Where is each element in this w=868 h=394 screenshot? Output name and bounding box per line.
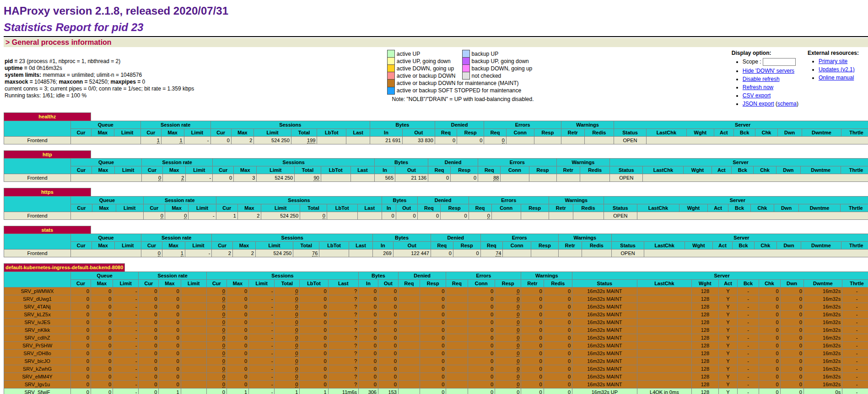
stat-cell: 0 [441, 212, 469, 219]
stat-cell: 16m32s [803, 334, 842, 341]
stat-cell [637, 310, 692, 318]
col-header: Cur [141, 242, 162, 250]
stat-cell [350, 174, 374, 182]
stat-cell: 0 [759, 334, 780, 341]
col-header: Max [162, 242, 185, 250]
link-csv-export[interactable]: CSV export [743, 92, 771, 99]
scope-input[interactable] [763, 58, 796, 66]
stats-row: SRV_cdIhZ00-0000-00?000000016m32s MAINT1… [4, 334, 868, 341]
proxy-link[interactable]: stats [41, 227, 53, 233]
row-name-link[interactable]: SRV_cdIhZ [24, 335, 50, 341]
stat-cell: 0 [495, 388, 521, 394]
proxy-section-http: httpQueueSession rateSessionsBytesDenied… [4, 150, 868, 182]
row-name-link[interactable]: SRV_nKlkk [25, 327, 50, 333]
col-header: Retr [549, 204, 573, 212]
option-item: Refresh now [743, 84, 798, 91]
col-header: Last [346, 128, 370, 136]
stat-cell: - [738, 334, 759, 341]
stat-cell: 128 [692, 295, 718, 303]
stat-cell: 0 [759, 349, 780, 357]
link-refresh-now[interactable]: Refresh now [743, 84, 773, 91]
stat-cell [398, 326, 420, 334]
stat-cell: 0 [91, 349, 113, 357]
col-group-session-rate: Session rate [141, 234, 212, 242]
col-header: Redis [584, 128, 614, 136]
legend-label: active UP, going down [394, 58, 462, 65]
stat-cell: 0 [521, 326, 544, 334]
row-name-link[interactable]: Frontend [27, 175, 47, 181]
stats-row: Frontend00-12524 250000000OPEN [4, 212, 868, 219]
proxy-link[interactable]: http [43, 152, 52, 157]
stat-cell: 0 [275, 287, 300, 295]
stat-cell: 0 [359, 303, 378, 310]
col-header: Max [226, 279, 248, 287]
stat-cell: 128 [692, 341, 718, 349]
row-name-link[interactable]: SRV_dUwg1 [23, 296, 52, 302]
link-disable-refresh[interactable]: Disable refresh [743, 76, 780, 82]
stat-cell: 0 [159, 380, 181, 388]
proxy-link[interactable]: default-kubernetes-ingress-default-backe… [5, 265, 123, 270]
stat-cell: 0 [70, 349, 91, 357]
row-name-link[interactable]: SRV_Igv1u [25, 382, 50, 387]
stat-cell: - [842, 303, 868, 310]
row-name-link[interactable]: SRV_PrSHW [22, 343, 52, 348]
stat-cell: 0 [521, 334, 544, 341]
row-name-link[interactable]: SRV_SfwiF [24, 389, 50, 394]
stat-cell [446, 295, 468, 303]
row-name-link[interactable]: Frontend [27, 250, 47, 256]
stat-cell: 0 [521, 318, 544, 326]
proxy-name-table: http [4, 150, 868, 159]
col-header: Last [357, 204, 382, 212]
col-header: Total [293, 242, 319, 250]
legend-label: backup UP, going down [469, 58, 539, 65]
col-header: Total [300, 204, 327, 212]
row-name-link[interactable]: SRV_pWMWX [21, 288, 54, 294]
proxy-name-row: https [4, 188, 868, 196]
col-header: Max [91, 279, 113, 287]
row-name-link[interactable]: Frontend [27, 138, 47, 143]
stat-cell: - [842, 388, 868, 394]
proxy-link[interactable]: healthz [38, 114, 56, 119]
link-hide-down-servers[interactable]: Hide 'DOWN' servers [743, 68, 794, 74]
stat-cell: 0 [468, 318, 495, 326]
row-name-link[interactable]: SRV_kZwhG [23, 366, 52, 372]
link-schema[interactable]: schema [777, 101, 797, 107]
stat-cell: 16m32s MAINT [572, 318, 637, 326]
link-primary-site[interactable]: Primary site [819, 58, 847, 64]
row-name-link[interactable]: SRV_4TANj [24, 304, 50, 309]
stat-cell: 0 [468, 303, 495, 310]
col-header: Req [484, 128, 506, 136]
stat-cell [521, 212, 549, 219]
stat-cell: 0 [226, 334, 248, 341]
stat-cell [398, 365, 420, 373]
stat-cell: 0 [206, 310, 226, 318]
link-updates-v2-1-[interactable]: Updates (v2.1) [819, 66, 855, 73]
col-group-warnings: Warnings [558, 234, 611, 242]
col-header: Cur [70, 166, 92, 174]
col-header: Limit [113, 279, 139, 287]
proxy-name-row: http [4, 150, 868, 158]
col-header: Req [478, 166, 501, 174]
stat-cell: 1 [275, 388, 300, 394]
stat-cell: Y [718, 349, 738, 357]
row-name-link[interactable]: SRV_ivJES [24, 319, 50, 325]
stat-cell: - [249, 380, 275, 388]
stat-cell: 0 [521, 295, 544, 303]
stat-cell: 0 [359, 341, 378, 349]
haproxy-version-link[interactable]: HAProxy version 2.1.8, released 2020/07/… [4, 5, 228, 17]
row-name-link[interactable]: SRV_rDH8o [23, 351, 51, 356]
col-header: Cur [142, 166, 163, 174]
link-online-manual[interactable]: Online manual [819, 75, 854, 81]
row-name-link[interactable]: SRV_eMM4Y [22, 374, 52, 379]
row-name-link[interactable]: SRV_kLZ5x [24, 312, 51, 317]
link-json-export[interactable]: JSON export [743, 101, 774, 107]
external-resources: External resources: Primary siteUpdates … [803, 49, 868, 108]
proxy-link[interactable]: https [41, 189, 54, 195]
row-name-link[interactable]: Frontend [27, 213, 47, 218]
stat-cell: 0 [213, 174, 234, 182]
stat-cell: 0 [420, 365, 446, 373]
col-header: Resp [521, 204, 549, 212]
row-name-link[interactable]: SRV_bicJO [24, 358, 50, 364]
stat-cell: 0 [468, 334, 495, 341]
col-header: Limit [257, 166, 295, 174]
